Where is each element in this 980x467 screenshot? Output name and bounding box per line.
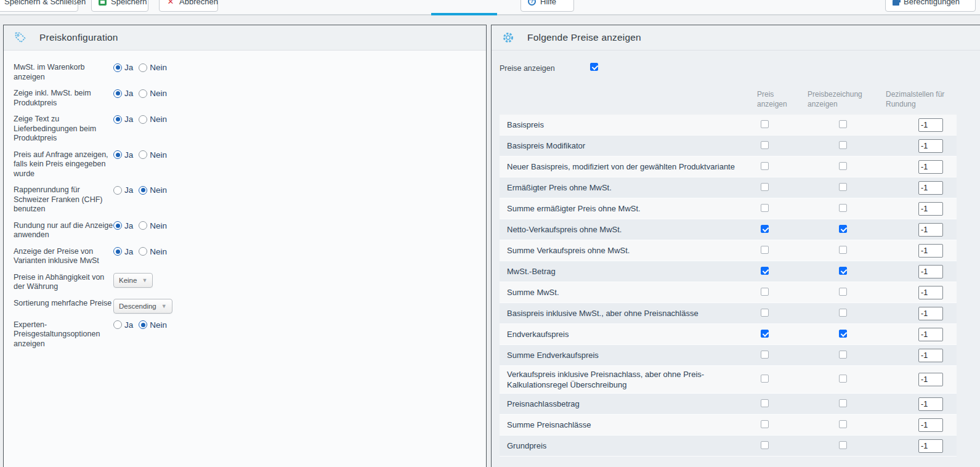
radio-label: Ja: [124, 63, 133, 72]
preisbezeichung-anzeigen-checkbox[interactable]: [839, 141, 847, 149]
preis-anzeigen-checkbox[interactable]: [761, 309, 769, 317]
preis-anzeigen-checkbox[interactable]: [761, 288, 769, 296]
radio-button[interactable]: [113, 63, 122, 72]
dezimalstellen-input[interactable]: [918, 139, 943, 153]
preis-anzeigen-checkbox[interactable]: [761, 120, 769, 128]
help-button[interactable]: ? Hilfe: [520, 0, 574, 12]
column-header-preisbezeichung-anzeigen: Preisbezeichung anzeigen: [808, 89, 867, 115]
dezimalstellen-input[interactable]: [918, 418, 943, 432]
radio-ja[interactable]: Ja: [113, 221, 133, 230]
radio-nein[interactable]: Nein: [139, 320, 167, 330]
preisbezeichung-anzeigen-checkbox[interactable]: [839, 351, 847, 359]
radio-nein[interactable]: Nein: [139, 221, 167, 230]
radio-ja[interactable]: Ja: [113, 63, 133, 72]
dezimalstellen-input[interactable]: [918, 244, 943, 258]
preis-anzeigen-checkbox[interactable]: [761, 441, 769, 449]
radio-button[interactable]: [139, 320, 147, 329]
dezimalstellen-input[interactable]: [918, 286, 943, 299]
preisbezeichung-anzeigen-checkbox[interactable]: [839, 204, 847, 212]
dezimalstellen-input[interactable]: [918, 202, 943, 216]
preisbezeichung-anzeigen-checkbox[interactable]: [839, 375, 847, 383]
radio-nein[interactable]: Nein: [139, 247, 167, 256]
preis-anzeigen-checkbox[interactable]: [761, 375, 769, 383]
permissions-button[interactable]: Berechtigungen: [885, 0, 976, 12]
preis-anzeigen-checkbox[interactable]: [761, 246, 769, 254]
cancel-icon: ✕: [166, 0, 175, 6]
dezimalstellen-input[interactable]: [918, 349, 943, 362]
show-prices-checkbox[interactable]: [590, 63, 598, 71]
radio-ja[interactable]: Ja: [113, 185, 133, 195]
dezimalstellen-input[interactable]: [918, 160, 943, 174]
preisbezeichung-anzeigen-checkbox[interactable]: [839, 267, 847, 275]
preis-anzeigen-checkbox[interactable]: [761, 420, 769, 428]
radio-button[interactable]: [113, 221, 122, 230]
preis-anzeigen-checkbox[interactable]: [761, 330, 769, 338]
price-row-label: Summe Verkaufspreis ohne MwSt.: [500, 245, 757, 256]
preisbezeichung-anzeigen-checkbox[interactable]: [839, 420, 847, 428]
dezimalstellen-input[interactable]: [918, 328, 943, 341]
radio-nein[interactable]: Nein: [139, 185, 167, 195]
preisbezeichung-anzeigen-checkbox[interactable]: [839, 120, 847, 128]
preisbezeichung-anzeigen-checkbox[interactable]: [839, 309, 847, 317]
radio-ja[interactable]: Ja: [113, 247, 133, 256]
dezimalstellen-input[interactable]: [918, 307, 943, 320]
preis-anzeigen-checkbox[interactable]: [761, 225, 769, 233]
radio-nein[interactable]: Nein: [139, 115, 167, 124]
preis-anzeigen-checkbox[interactable]: [761, 351, 769, 359]
select-dropdown[interactable]: Descending▼: [113, 299, 172, 314]
radio-button[interactable]: [113, 150, 122, 159]
radio-ja[interactable]: Ja: [113, 89, 133, 98]
radio-button[interactable]: [113, 115, 122, 124]
preis-anzeigen-checkbox[interactable]: [761, 267, 769, 275]
table-row: Ermäßigter Preis ohne MwSt.: [500, 177, 957, 198]
preis-anzeigen-checkbox[interactable]: [761, 162, 769, 170]
cancel-button[interactable]: ✕ Abbrechen: [159, 0, 218, 12]
radio-nein[interactable]: Nein: [139, 63, 167, 72]
dezimalstellen-input[interactable]: [918, 223, 943, 237]
dezimalstellen-input[interactable]: [918, 265, 943, 278]
preis-anzeigen-checkbox[interactable]: [761, 399, 769, 407]
radio-button[interactable]: [139, 247, 147, 256]
radio-ja[interactable]: Ja: [113, 150, 133, 160]
radio-ja[interactable]: Ja: [113, 115, 133, 124]
save-button[interactable]: Speichern: [91, 0, 148, 12]
preisbezeichung-anzeigen-checkbox[interactable]: [839, 225, 847, 233]
preisbezeichung-anzeigen-checkbox[interactable]: [839, 441, 847, 449]
radio-button[interactable]: [139, 63, 147, 72]
select-dropdown[interactable]: Keine▼: [113, 273, 153, 288]
radio-button[interactable]: [139, 115, 147, 124]
radio-nein[interactable]: Nein: [139, 150, 167, 160]
radio-button[interactable]: [139, 221, 147, 230]
dezimalstellen-input[interactable]: [918, 118, 943, 132]
column-header-dezimalstellen: Dezimalstellen für Rundung: [886, 89, 955, 115]
preisbezeichung-anzeigen-checkbox[interactable]: [839, 162, 847, 170]
radio-button[interactable]: [139, 186, 147, 195]
preisbezeichung-anzeigen-checkbox[interactable]: [839, 246, 847, 254]
radio-nein[interactable]: Nein: [139, 89, 167, 98]
radio-label: Nein: [150, 185, 167, 195]
price-row-label: Neuer Basispreis, modifiziert von der ge…: [500, 161, 757, 172]
radio-button[interactable]: [113, 247, 122, 256]
dezimalstellen-input[interactable]: [918, 397, 943, 411]
price-row-label: Verkaufspreis inklusive Preisnachlass, a…: [500, 369, 757, 390]
preisbezeichung-anzeigen-checkbox[interactable]: [839, 330, 847, 338]
dezimalstellen-input[interactable]: [918, 373, 943, 386]
radio-button[interactable]: [139, 150, 147, 159]
radio-label: Ja: [124, 247, 133, 256]
radio-ja[interactable]: Ja: [113, 320, 133, 330]
button-label: Hilfe: [540, 0, 556, 6]
preis-anzeigen-checkbox[interactable]: [761, 141, 769, 149]
radio-button[interactable]: [113, 320, 122, 329]
preisbezeichung-anzeigen-checkbox[interactable]: [839, 399, 847, 407]
preis-anzeigen-checkbox[interactable]: [761, 204, 769, 212]
preis-anzeigen-checkbox[interactable]: [761, 183, 769, 191]
radio-button[interactable]: [113, 89, 122, 98]
preisbezeichung-anzeigen-checkbox[interactable]: [839, 183, 847, 191]
preisbezeichung-anzeigen-checkbox[interactable]: [839, 288, 847, 296]
save-close-button[interactable]: ✔ Speichern & Schließen: [0, 0, 78, 12]
dezimalstellen-input[interactable]: [918, 439, 943, 453]
radio-button[interactable]: [113, 186, 122, 195]
radio-button[interactable]: [139, 89, 147, 98]
button-label: Speichern: [111, 0, 147, 6]
dezimalstellen-input[interactable]: [918, 181, 943, 195]
